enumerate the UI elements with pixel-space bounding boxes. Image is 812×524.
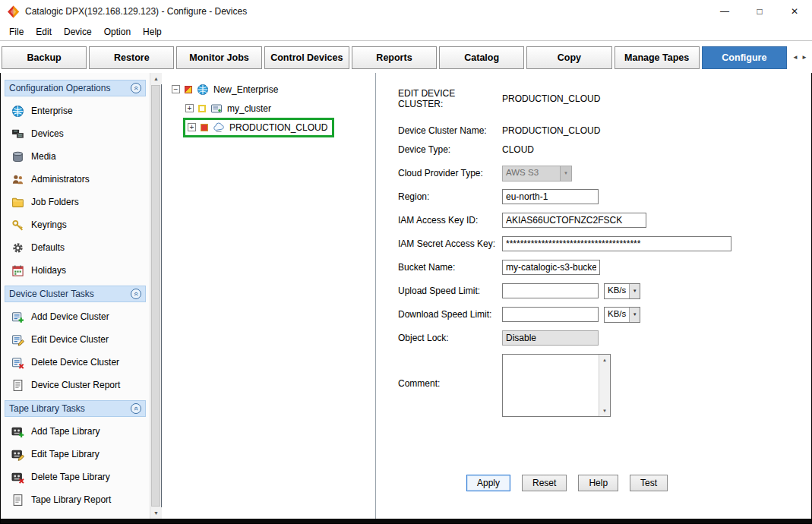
- gear-icon: [11, 241, 24, 254]
- bucket-name-input[interactable]: [502, 260, 600, 275]
- collapse-section-icon[interactable]: «: [131, 83, 141, 93]
- expand-expander-icon[interactable]: +: [188, 123, 196, 131]
- object-lock-input: [502, 330, 599, 346]
- scroll-up-icon[interactable]: ▲: [599, 355, 610, 365]
- tab-restore[interactable]: Restore: [89, 46, 174, 69]
- tab-manage-tapes[interactable]: Manage Tapes: [615, 46, 700, 69]
- sidebar-item-administrators[interactable]: Administrators: [2, 168, 148, 191]
- sidebar-item-keyrings[interactable]: Keyrings: [2, 213, 148, 236]
- tab-catalog[interactable]: Catalog: [439, 46, 524, 69]
- tree-node-production-cloud[interactable]: + PRODUCTION_CLOUD: [185, 118, 375, 137]
- titlebar: Catalogic DPX(192.168.129.123) - Configu…: [0, 0, 812, 23]
- menu-option[interactable]: Option: [98, 24, 137, 39]
- tape-delete-icon: [11, 471, 24, 484]
- scroll-down-icon[interactable]: ▼: [150, 507, 162, 519]
- menubar: File Edit Device Option Help: [0, 23, 812, 41]
- menu-device[interactable]: Device: [58, 24, 98, 39]
- tree-node-my-cluster[interactable]: + my_cluster: [185, 99, 375, 118]
- collapse-expander-icon[interactable]: −: [172, 85, 180, 93]
- cloud-provider-value: AWS S3: [503, 166, 560, 181]
- tree-status-checkbox[interactable]: [198, 105, 206, 112]
- sidebar-item-job-folders[interactable]: Job Folders: [2, 191, 148, 213]
- tab-scroll-right-icon[interactable]: ►: [801, 52, 808, 62]
- tree-node-label: PRODUCTION_CLOUD: [229, 122, 327, 133]
- download-limit-unit-select[interactable]: KB/s ▼: [604, 307, 640, 323]
- tree-status-checkbox[interactable]: [185, 86, 192, 93]
- section-configuration-operations[interactable]: Configuration Operations «: [5, 80, 146, 96]
- menu-help[interactable]: Help: [137, 24, 168, 39]
- apply-button[interactable]: Apply: [466, 475, 510, 491]
- tab-control-devices[interactable]: Control Devices: [264, 46, 349, 69]
- cloud-node-icon: [213, 122, 225, 134]
- reset-button[interactable]: Reset: [522, 475, 567, 491]
- scroll-up-icon[interactable]: ▲: [150, 73, 162, 84]
- section-device-cluster-tasks[interactable]: Device Cluster Tasks «: [5, 286, 146, 302]
- comment-textarea[interactable]: [503, 355, 599, 416]
- tree-node-new-enterprise[interactable]: − New_Enterprise: [172, 80, 375, 99]
- sidebar-item-devices[interactable]: Devices: [2, 122, 148, 145]
- close-button[interactable]: ✕: [777, 0, 812, 23]
- tab-monitor-jobs[interactable]: Monitor Jobs: [176, 46, 261, 69]
- tab-scroll-left-icon[interactable]: ◄: [791, 52, 799, 62]
- collapse-section-icon[interactable]: «: [131, 289, 141, 299]
- sidebar-item-label: Device Cluster Report: [31, 380, 120, 390]
- test-button[interactable]: Test: [630, 475, 668, 491]
- iam-secret-key-row: IAM Secret Access Key:: [398, 235, 731, 252]
- cloud-provider-select[interactable]: AWS S3 ▼: [502, 166, 572, 182]
- minimize-button[interactable]: —: [707, 0, 742, 23]
- app-logo-icon: [7, 5, 20, 18]
- cloud-provider-label: Cloud Provider Type:: [398, 168, 502, 178]
- sidebar-item-edit-tape-library[interactable]: Edit Tape Library: [2, 443, 148, 466]
- cluster-node-icon: [210, 103, 223, 115]
- sidebar-item-edit-device-cluster[interactable]: Edit Device Cluster: [2, 328, 148, 351]
- tab-reports[interactable]: Reports: [352, 46, 437, 69]
- sidebar-item-tape-library-report[interactable]: Tape Library Report: [2, 488, 148, 511]
- upload-limit-unit-select[interactable]: KB/s ▼: [604, 283, 640, 299]
- sidebar-item-device-cluster-report[interactable]: Device Cluster Report: [2, 374, 148, 396]
- edit-device-cluster-form: EDIT DEVICE CLUSTER: PRODUCTION_CLOUD De…: [376, 73, 811, 519]
- section-tape-library-tasks[interactable]: Tape Library Tasks «: [5, 400, 146, 417]
- download-limit-input[interactable]: [502, 307, 599, 322]
- tab-backup[interactable]: Backup: [2, 46, 87, 69]
- collapse-section-icon[interactable]: «: [131, 403, 141, 414]
- upload-limit-row: Upload Speed Limit: KB/s ▼: [398, 283, 640, 299]
- sidebar-item-media[interactable]: Media: [2, 145, 148, 168]
- form-buttons: Apply Reset Help Test: [466, 475, 668, 491]
- sidebar-item-add-tape-library[interactable]: Add Tape Library: [2, 420, 148, 443]
- comment-field: ▲ ▼: [502, 354, 611, 417]
- device-type-label: Device Type:: [398, 144, 502, 155]
- sidebar-item-delete-tape-library[interactable]: Delete Tape Library: [2, 466, 148, 488]
- tree-status-checkbox[interactable]: [201, 124, 208, 131]
- section-title: Device Cluster Tasks: [9, 289, 94, 299]
- sidebar-item-delete-device-cluster[interactable]: Delete Device Cluster: [2, 351, 148, 374]
- sidebar-item-label: Keyrings: [31, 219, 67, 230]
- menu-file[interactable]: File: [3, 24, 30, 39]
- sidebar-item-enterprise[interactable]: Enterprise: [2, 99, 148, 122]
- chevron-down-icon: ▼: [629, 308, 640, 322]
- sidebar-item-holidays[interactable]: Holidays: [2, 259, 148, 282]
- tab-copy[interactable]: Copy: [526, 46, 611, 69]
- sidebar-item-add-device-cluster[interactable]: Add Device Cluster: [2, 305, 148, 328]
- upload-limit-input[interactable]: [502, 283, 599, 298]
- users-icon: [11, 173, 24, 186]
- maximize-button[interactable]: □: [742, 0, 777, 23]
- help-button[interactable]: Help: [578, 475, 618, 491]
- menu-edit[interactable]: Edit: [30, 24, 58, 39]
- tab-configure[interactable]: Configure: [702, 46, 787, 69]
- window-title: Catalogic DPX(192.168.129.123) - Configu…: [25, 6, 702, 17]
- tree-node-label: New_Enterprise: [213, 84, 278, 95]
- comment-scrollbar[interactable]: ▲ ▼: [599, 355, 610, 416]
- scrollbar-thumb[interactable]: [151, 85, 160, 507]
- comment-row: Comment: ▲ ▼: [398, 354, 611, 417]
- report-icon: [11, 379, 24, 392]
- sidebar-item-defaults[interactable]: Defaults: [2, 236, 148, 259]
- region-input[interactable]: [502, 189, 599, 204]
- scroll-down-icon[interactable]: ▼: [599, 406, 610, 416]
- expand-expander-icon[interactable]: +: [185, 104, 194, 112]
- selection-highlight: + PRODUCTION_CLOUD: [183, 118, 334, 137]
- iam-secret-key-input[interactable]: [502, 236, 731, 251]
- iam-access-key-input[interactable]: [502, 213, 646, 228]
- cluster-delete-icon: [11, 356, 24, 369]
- iam-secret-key-label: IAM Secret Access Key:: [398, 238, 502, 249]
- sidebar-scrollbar[interactable]: ▲ ▼: [150, 73, 161, 519]
